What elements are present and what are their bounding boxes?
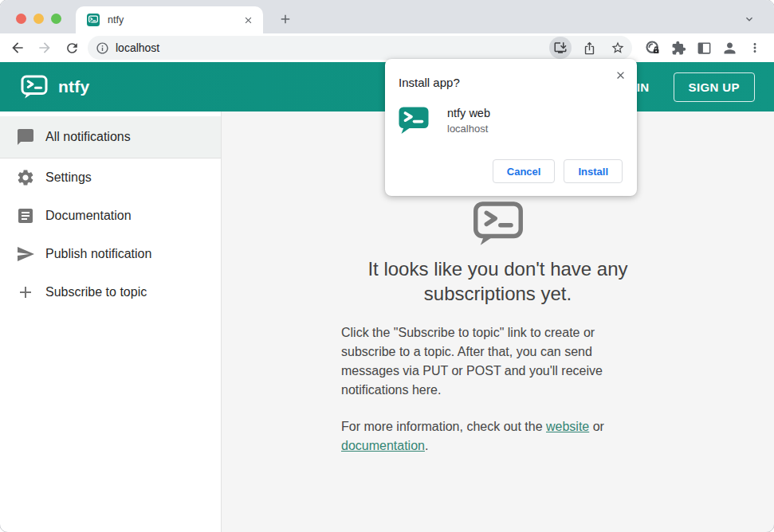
share-icon: [583, 41, 596, 55]
install-button[interactable]: Install: [564, 159, 623, 183]
tab-strip: ntfy: [0, 0, 774, 33]
side-panel-button[interactable]: [693, 37, 715, 59]
tab-search-chevron-icon: [743, 13, 756, 25]
back-button[interactable]: [6, 37, 29, 59]
dialog-title: Install app?: [399, 76, 460, 89]
dialog-app-info: ntfy web localhost: [399, 106, 490, 135]
toolbar-extensions: [642, 37, 766, 59]
more-info-text: For more information, check out the: [341, 420, 546, 433]
or-text: or: [589, 420, 604, 433]
address-bar[interactable]: localhost: [88, 36, 632, 60]
tab-title: ntfy: [108, 14, 239, 25]
gear-icon: [16, 168, 35, 187]
sidebar-item-label: Subscribe to topic: [45, 285, 147, 299]
extensions-puzzle-icon: [671, 41, 686, 56]
sidebar-item-documentation[interactable]: Documentation: [0, 197, 221, 235]
sidebar-item-all-notifications[interactable]: All notifications: [0, 116, 221, 158]
cancel-button[interactable]: Cancel: [493, 159, 556, 183]
ntfy-logo-icon: [21, 75, 48, 99]
window-minimize-icon[interactable]: [33, 14, 44, 24]
close-icon: [615, 69, 627, 81]
browser-toolbar: localhost: [0, 33, 774, 62]
password-manager-extension-icon: [645, 40, 661, 56]
browser-tab[interactable]: ntfy: [76, 6, 263, 33]
tab-search-button[interactable]: [741, 10, 758, 28]
profile-avatar-icon: [721, 40, 738, 57]
sidebar-item-label: Publish notification: [45, 247, 151, 261]
forward-arrow-icon: [37, 40, 53, 56]
dialog-app-origin: localhost: [447, 123, 490, 135]
website-link[interactable]: website: [546, 420, 589, 433]
app-title: ntfy: [58, 77, 89, 96]
dialog-close-button[interactable]: [611, 66, 629, 84]
sidebar-item-label: All notifications: [45, 130, 131, 144]
article-icon: [16, 206, 35, 225]
ntfy-bubble-icon: [473, 201, 524, 246]
password-manager-extension-button[interactable]: [642, 37, 664, 59]
forward-button[interactable]: [33, 37, 56, 59]
reload-button[interactable]: [61, 37, 83, 59]
sidebar-item-label: Documentation: [45, 209, 132, 223]
sidebar: All notifications Settings Documentation…: [0, 111, 222, 532]
sign-up-button[interactable]: SIGN UP: [674, 72, 755, 102]
bookmark-button[interactable]: [607, 37, 629, 59]
browser-window: ntfy localhost: [0, 0, 774, 532]
ntfy-app-icon: [399, 106, 429, 135]
period-text: .: [425, 439, 428, 452]
sidebar-item-settings[interactable]: Settings: [0, 158, 221, 197]
side-panel-icon: [697, 41, 712, 56]
dialog-actions: Cancel Install: [493, 159, 623, 183]
empty-state-paragraph-2: For more information, check out the webs…: [341, 417, 622, 456]
info-icon: [96, 41, 109, 55]
new-tab-icon: [278, 12, 293, 26]
sidebar-item-publish-notification[interactable]: Publish notification: [0, 235, 221, 273]
empty-state-paragraph: Click the "Subscribe to topic" link to c…: [341, 323, 622, 400]
send-icon: [16, 244, 35, 264]
sidebar-item-label: Settings: [45, 170, 92, 185]
install-app-button[interactable]: [549, 37, 572, 59]
window-close-icon[interactable]: [16, 14, 26, 24]
sidebar-item-subscribe-to-topic[interactable]: Subscribe to topic: [0, 273, 221, 311]
tab-close-icon[interactable]: [239, 11, 257, 29]
extensions-button[interactable]: [667, 37, 690, 59]
new-tab-button[interactable]: [274, 8, 297, 30]
chat-icon: [16, 127, 35, 147]
plus-icon: [16, 283, 35, 302]
window-controls: [16, 14, 61, 24]
profile-button[interactable]: [718, 37, 741, 59]
install-app-icon: [553, 41, 568, 55]
share-button[interactable]: [578, 37, 600, 59]
documentation-link[interactable]: documentation: [341, 439, 425, 452]
browser-menu-button[interactable]: [744, 37, 766, 59]
url-text: localhost: [116, 41, 543, 54]
bookmark-star-icon: [611, 41, 625, 55]
install-app-dialog: Install app? ntfy web localhost Cancel I…: [385, 59, 637, 196]
ntfy-favicon: [87, 14, 100, 26]
window-zoom-icon[interactable]: [51, 14, 61, 24]
back-arrow-icon: [10, 40, 26, 56]
empty-state-heading: It looks like you don't have any subscri…: [341, 256, 654, 306]
dialog-app-name: ntfy web: [447, 107, 490, 119]
reload-icon: [65, 41, 80, 56]
menu-kebab-icon: [748, 41, 762, 55]
